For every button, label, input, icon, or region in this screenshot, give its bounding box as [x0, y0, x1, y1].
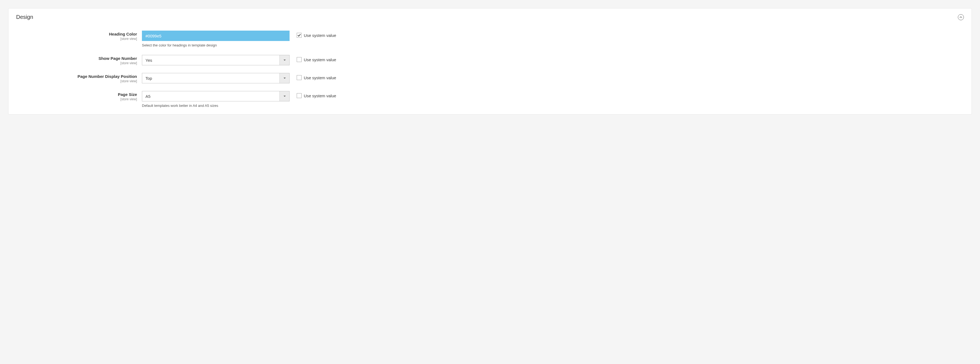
- show-page-number-select[interactable]: Yes: [142, 55, 290, 65]
- scope-label: [store view]: [27, 97, 137, 101]
- page-size-select[interactable]: A5: [142, 91, 290, 102]
- field-row-page-number-position: Page Number Display Position [store view…: [27, 73, 964, 83]
- dropdown-arrow-icon: [280, 73, 289, 83]
- page-size-value: A5: [142, 94, 280, 99]
- field-row-heading-color: Heading Color [store view] #0099e5 Selec…: [27, 30, 964, 47]
- use-system-value-label: Use system value: [304, 94, 336, 98]
- show-page-number-value: Yes: [142, 58, 280, 63]
- page-number-position-use-system-checkbox[interactable]: [297, 75, 302, 80]
- use-system-value-label: Use system value: [304, 57, 336, 62]
- field-row-page-size: Page Size [store view] A5 Default templa…: [27, 91, 964, 108]
- label-col: Show Page Number [store view]: [27, 55, 142, 65]
- page-number-position-select[interactable]: Top: [142, 73, 290, 83]
- scope-label: [store view]: [27, 37, 137, 41]
- page-size-use-system-checkbox[interactable]: [297, 93, 302, 98]
- heading-color-input[interactable]: #0099e5: [142, 30, 290, 41]
- label-col: Page Size [store view]: [27, 91, 142, 101]
- show-page-number-label: Show Page Number: [99, 56, 137, 61]
- panel-header: Design: [16, 14, 964, 20]
- dropdown-arrow-icon: [280, 55, 289, 65]
- page-number-position-value: Top: [142, 76, 280, 81]
- heading-color-value: #0099e5: [145, 33, 161, 38]
- dropdown-arrow-icon: [280, 91, 289, 101]
- form-rows: Heading Color [store view] #0099e5 Selec…: [16, 30, 964, 108]
- checkmark-icon: [298, 33, 301, 37]
- show-page-number-use-system-checkbox[interactable]: [297, 57, 302, 62]
- page-number-position-label: Page Number Display Position: [77, 74, 137, 79]
- heading-color-use-system-checkbox[interactable]: [297, 33, 302, 38]
- label-col: Page Number Display Position [store view…: [27, 73, 142, 83]
- sysvalue-col: Use system value: [290, 55, 336, 62]
- scope-label: [store view]: [27, 61, 137, 65]
- heading-color-help: Select the color for headings in templat…: [142, 43, 290, 47]
- input-col: #0099e5 Select the color for headings in…: [142, 30, 290, 47]
- scope-label: [store view]: [27, 79, 137, 83]
- chevron-up-icon: [959, 16, 962, 19]
- sysvalue-col: Use system value: [290, 30, 336, 38]
- page-size-label: Page Size: [118, 92, 137, 97]
- design-section-panel: Design Heading Color [store view] #0099e…: [8, 8, 972, 114]
- collapse-toggle-icon[interactable]: [958, 14, 964, 20]
- input-col: Top: [142, 73, 290, 83]
- sysvalue-col: Use system value: [290, 73, 336, 80]
- heading-color-label: Heading Color: [109, 32, 137, 37]
- use-system-value-label: Use system value: [304, 75, 336, 80]
- input-col: Yes: [142, 55, 290, 65]
- sysvalue-col: Use system value: [290, 91, 336, 98]
- field-row-show-page-number: Show Page Number [store view] Yes Use sy: [27, 55, 964, 65]
- use-system-value-label: Use system value: [304, 33, 336, 38]
- section-title: Design: [16, 14, 33, 20]
- input-col: A5 Default templates work better in A4 a…: [142, 91, 290, 108]
- page-size-help: Default templates work better in A4 and …: [142, 103, 290, 108]
- label-col: Heading Color [store view]: [27, 30, 142, 41]
